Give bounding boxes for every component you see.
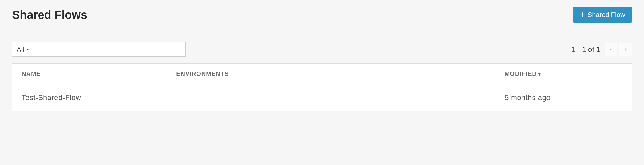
- filter-dropdown[interactable]: All ▼: [12, 42, 34, 57]
- pager-prev-button[interactable]: [605, 43, 617, 56]
- svg-rect-1: [580, 15, 585, 15]
- sort-desc-icon: ▼: [537, 72, 542, 77]
- cell-modified: 5 months ago: [495, 84, 632, 111]
- cell-environments: [167, 84, 495, 111]
- shared-flows-table: NAME ENVIRONMENTS MODIFIED▼ Test-Shared-…: [12, 63, 632, 111]
- pager-range-text: 1 - 1 of 1: [571, 45, 600, 54]
- search-input[interactable]: [34, 42, 186, 57]
- chevron-right-icon: [623, 47, 628, 52]
- plus-icon: [580, 12, 585, 18]
- pager-next-button[interactable]: [619, 43, 632, 56]
- column-header-modified[interactable]: MODIFIED▼: [495, 64, 632, 84]
- filter-group: All ▼: [12, 42, 186, 57]
- column-header-environments[interactable]: ENVIRONMENTS: [167, 64, 495, 84]
- create-shared-flow-button[interactable]: Shared Flow: [573, 7, 632, 23]
- table-row[interactable]: Test-Shared-Flow 5 months ago: [12, 84, 632, 111]
- cell-name: Test-Shared-Flow: [12, 84, 167, 111]
- pager: 1 - 1 of 1: [571, 43, 632, 56]
- chevron-left-icon: [609, 47, 613, 52]
- column-header-name[interactable]: NAME: [12, 64, 167, 84]
- page-title: Shared Flows: [12, 8, 87, 22]
- filter-selected-label: All: [17, 45, 24, 53]
- create-button-label: Shared Flow: [587, 11, 625, 19]
- column-header-modified-label: MODIFIED: [505, 70, 537, 77]
- caret-down-icon: ▼: [26, 47, 29, 52]
